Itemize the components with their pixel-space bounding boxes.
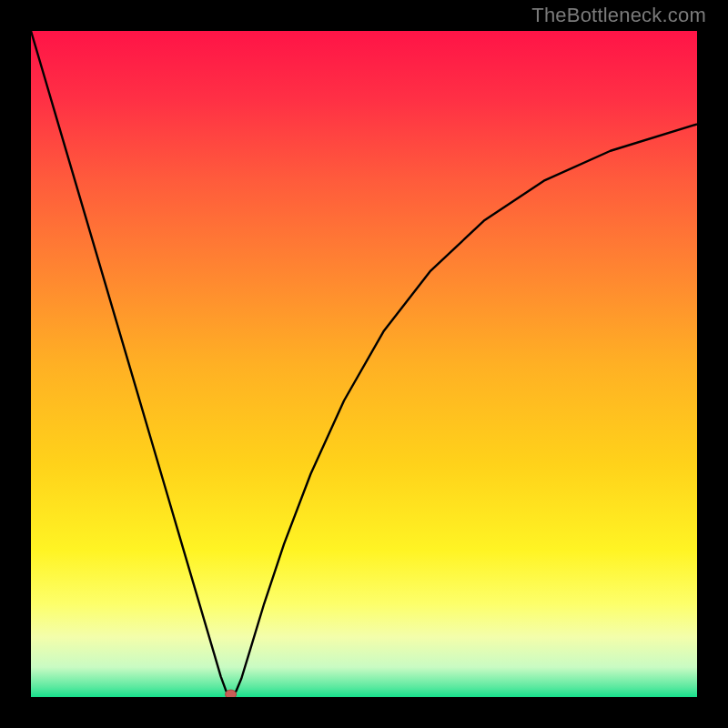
watermark-text: TheBottleneck.com xyxy=(531,4,706,27)
plot-area xyxy=(31,31,697,697)
chart-frame: TheBottleneck.com xyxy=(0,0,728,728)
optimal-point-marker xyxy=(226,690,237,697)
bottleneck-chart xyxy=(31,31,697,697)
